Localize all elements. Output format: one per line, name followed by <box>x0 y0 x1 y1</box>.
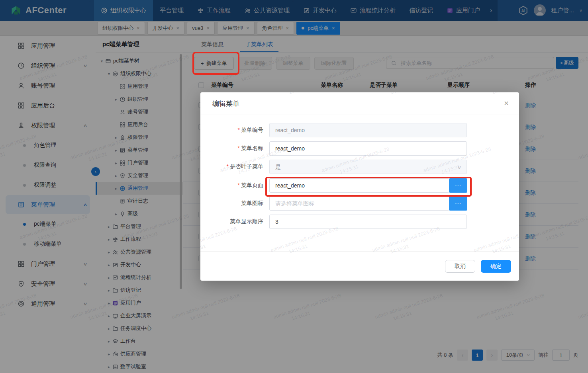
required-asterisk: * <box>238 182 240 188</box>
field-label: *菜单编号 <box>200 127 263 134</box>
dialog-title: 编辑菜单 <box>212 99 239 108</box>
field-input-菜单图标[interactable]: 请选择菜单图标 <box>269 196 449 211</box>
field-label: 菜单显示顺序 <box>200 218 263 225</box>
cancel-button[interactable]: 取消 <box>445 260 475 273</box>
field-row-是否叶子菜单: *是否叶子菜单是∨ <box>200 160 519 174</box>
required-asterisk: * <box>238 145 240 151</box>
app-window: AFCenter 组织权限中心平台管理工作流程公共资源管理开发中心流程统计分析信… <box>0 0 588 373</box>
field-label-text: 菜单名称 <box>241 145 263 151</box>
field-row-菜单图标: 菜单图标请选择菜单图标⋯ <box>200 196 519 211</box>
watermark-line1: admin admin null null 2023-6-28 <box>473 225 519 254</box>
field-label-text: 菜单页面 <box>241 182 263 188</box>
field-row-菜单显示顺序: 菜单显示顺序3 <box>200 215 519 229</box>
field-label: *菜单页面 <box>200 182 263 189</box>
close-icon[interactable]: × <box>504 99 509 108</box>
field-input-菜单显示顺序[interactable]: 3 <box>269 215 467 229</box>
chevron-down-icon: ∨ <box>457 160 462 174</box>
dialog-footer: 取消 确定 <box>200 251 519 281</box>
field-label-text: 菜单图标 <box>241 200 263 206</box>
field-label: 菜单图标 <box>200 200 263 207</box>
placeholder-text: 请选择菜单图标 <box>275 200 314 207</box>
field-row-菜单页面: *菜单页面react_demo⋯ <box>200 178 519 193</box>
field-label-text: 是否叶子菜单 <box>230 163 263 170</box>
required-asterisk: * <box>238 127 240 133</box>
field-row-菜单名称: *菜单名称react_demo <box>200 141 519 156</box>
field-label-text: 菜单显示顺序 <box>230 218 263 225</box>
confirm-button[interactable]: 确定 <box>481 260 511 273</box>
watermark-line1: admin admin null null 2023-6-28 <box>270 225 339 254</box>
field-label: *是否叶子菜单 <box>200 163 263 170</box>
field-label: *菜单名称 <box>200 145 263 152</box>
field-input-菜单编号: react_demo <box>269 123 467 137</box>
field-row-菜单编号: *菜单编号react_demo <box>200 123 519 137</box>
picker-button[interactable]: ⋯ <box>449 178 467 193</box>
watermark-line1: admin admin null null 2023-6-28 <box>200 225 238 254</box>
field-input-菜单页面[interactable]: react_demo <box>269 178 449 193</box>
field-input-是否叶子菜单: 是∨ <box>269 160 467 174</box>
picker-button[interactable]: ⋯ <box>449 196 467 211</box>
field-input-菜单名称[interactable]: react_demo <box>269 141 467 156</box>
watermark-line1: admin admin null null 2023-6-28 <box>371 225 441 254</box>
field-label-text: 菜单编号 <box>241 127 263 133</box>
required-asterisk: * <box>227 163 229 170</box>
edit-menu-dialog: 编辑菜单 × *菜单编号react_demo*菜单名称react_demo*是否… <box>200 92 519 281</box>
dialog-header: 编辑菜单 × <box>200 92 519 115</box>
